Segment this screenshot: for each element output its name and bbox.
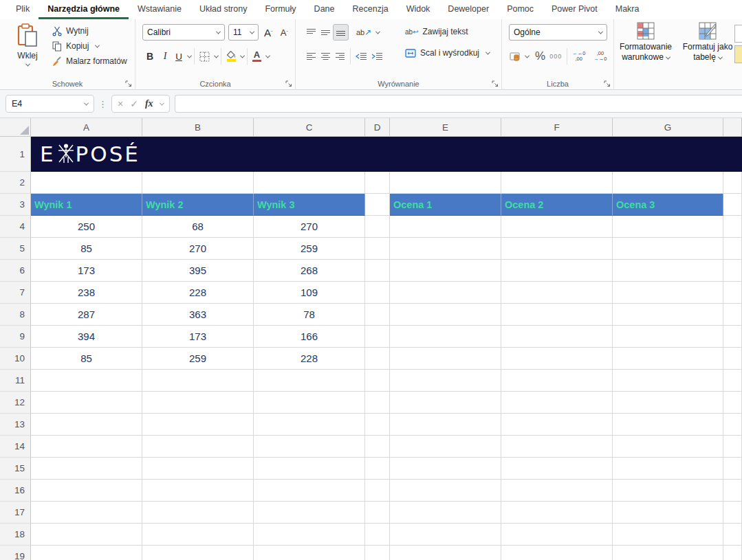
cell-E13[interactable] — [390, 414, 501, 436]
col-header-G[interactable]: G — [613, 118, 723, 137]
cell-H8-partial[interactable] — [723, 304, 742, 326]
cell-H5-partial[interactable] — [723, 238, 742, 260]
cell-G11[interactable] — [613, 370, 723, 392]
align-right-button[interactable] — [333, 48, 347, 65]
insert-function-button[interactable]: fx — [145, 98, 153, 109]
cell-D10[interactable] — [365, 348, 390, 370]
cell-D18[interactable] — [365, 524, 390, 546]
row-header-13[interactable]: 13 — [0, 414, 31, 436]
row-header-6[interactable]: 6 — [0, 260, 31, 282]
cell-E11[interactable] — [390, 370, 501, 392]
name-box[interactable]: E4 — [6, 95, 94, 113]
cell-G19[interactable] — [613, 546, 723, 560]
cell-H14-partial[interactable] — [723, 436, 742, 458]
cell-G15[interactable] — [613, 458, 723, 480]
align-left-button[interactable] — [304, 48, 318, 65]
chevron-down-icon[interactable] — [187, 53, 192, 58]
cell-A6[interactable]: 173 — [31, 260, 142, 282]
cell-H2-partial[interactable] — [723, 172, 742, 194]
cell-B9[interactable]: 173 — [142, 326, 254, 348]
col-header-A[interactable]: A — [31, 118, 142, 137]
chevron-down-icon[interactable] — [265, 53, 270, 58]
row-header-15[interactable]: 15 — [0, 458, 31, 480]
dialog-launcher-icon[interactable] — [604, 80, 611, 87]
cell-styles-gallery-partial[interactable] — [734, 25, 742, 63]
fill-color-button[interactable] — [224, 48, 238, 65]
row-header-3[interactable]: 3 — [0, 194, 31, 216]
accounting-format-button[interactable] — [508, 48, 523, 65]
cell-B2[interactable] — [142, 172, 254, 194]
cell-B14[interactable] — [142, 436, 254, 458]
increase-decimal-button[interactable]: ←←0 ,00 — [570, 48, 587, 65]
cell-F19[interactable] — [501, 546, 613, 560]
cell-D8[interactable] — [365, 304, 390, 326]
cell-B16[interactable] — [142, 480, 254, 502]
ribbon-tab-formuły[interactable]: Formuły — [256, 0, 305, 19]
cell-C17[interactable] — [254, 502, 365, 524]
cell-C8[interactable]: 78 — [254, 304, 365, 326]
cell-G17[interactable] — [613, 502, 723, 524]
cell-G2[interactable] — [613, 172, 723, 194]
row-header-8[interactable]: 8 — [0, 304, 31, 326]
cell-B18[interactable] — [142, 524, 254, 546]
cell-C14[interactable] — [254, 436, 365, 458]
select-all-corner[interactable] — [0, 118, 31, 137]
formula-input[interactable] — [175, 95, 742, 113]
cell-B6[interactable]: 395 — [142, 260, 254, 282]
decrease-decimal-button[interactable]: ,00 →→0 — [591, 48, 609, 65]
cell-A19[interactable] — [31, 546, 142, 560]
chevron-down-icon[interactable] — [214, 53, 219, 58]
align-center-button[interactable] — [318, 48, 333, 65]
row-header-17[interactable]: 17 — [0, 502, 31, 524]
ribbon-tab-dane[interactable]: Dane — [305, 0, 344, 19]
ribbon-tab-recenzja[interactable]: Recenzja — [344, 0, 397, 19]
ribbon-tab-plik[interactable]: Plik — [7, 0, 39, 19]
paste-button[interactable]: Wklej — [10, 23, 45, 67]
cell-C15[interactable] — [254, 458, 365, 480]
row-header-11[interactable]: 11 — [0, 370, 31, 392]
cell-A15[interactable] — [31, 458, 142, 480]
cell-A13[interactable] — [31, 414, 142, 436]
cell-C12[interactable] — [254, 392, 365, 414]
cell-G6[interactable] — [613, 260, 723, 282]
col-header-D[interactable]: D — [365, 118, 390, 137]
conditional-formatting-button[interactable]: Formatowanie warunkowe — [614, 22, 677, 63]
cell-D5[interactable] — [365, 238, 390, 260]
cell-G9[interactable] — [613, 326, 723, 348]
cell-H18-partial[interactable] — [723, 524, 742, 546]
col-header-F[interactable]: F — [501, 118, 613, 137]
formula-bar-separator[interactable]: ⋮ — [98, 99, 107, 109]
cell-D13[interactable] — [365, 414, 390, 436]
cell-F12[interactable] — [501, 392, 613, 414]
cell-F2[interactable] — [501, 172, 613, 194]
chevron-down-icon[interactable] — [160, 100, 164, 105]
cell-E17[interactable] — [390, 502, 501, 524]
cell-G13[interactable] — [613, 414, 723, 436]
wrap-text-button[interactable]: ab↩ Zawijaj tekst — [402, 23, 492, 41]
percent-style-button[interactable]: % — [533, 48, 547, 65]
font-size-combo[interactable]: 11 — [228, 24, 259, 41]
enter-button[interactable]: ✓ — [130, 98, 138, 109]
cell-A8[interactable]: 287 — [31, 304, 142, 326]
cell-D15[interactable] — [365, 458, 390, 480]
cell-H3-partial[interactable] — [723, 194, 742, 216]
cell-B5[interactable]: 270 — [142, 238, 254, 260]
format-as-table-button[interactable]: Formatuj jako tabelę — [676, 22, 739, 63]
cell-H13-partial[interactable] — [723, 414, 742, 436]
bold-button[interactable]: B — [142, 48, 157, 65]
cell-G18[interactable] — [613, 524, 723, 546]
row-header-2[interactable]: 2 — [0, 172, 31, 194]
increase-font-button[interactable]: Aˆ — [262, 24, 275, 41]
cell-E6[interactable] — [390, 260, 501, 282]
cell-E4[interactable] — [390, 216, 501, 238]
cell-A11[interactable] — [31, 370, 142, 392]
cell-D16[interactable] — [365, 480, 390, 502]
cell-A7[interactable]: 238 — [31, 282, 142, 304]
cell-H9-partial[interactable] — [723, 326, 742, 348]
cell-H19-partial[interactable] — [723, 546, 742, 560]
cell-style-swatch[interactable] — [734, 45, 742, 63]
cell-D19[interactable] — [365, 546, 390, 560]
cell-E12[interactable] — [390, 392, 501, 414]
cell-C2[interactable] — [254, 172, 365, 194]
cell-A2[interactable] — [31, 172, 142, 194]
